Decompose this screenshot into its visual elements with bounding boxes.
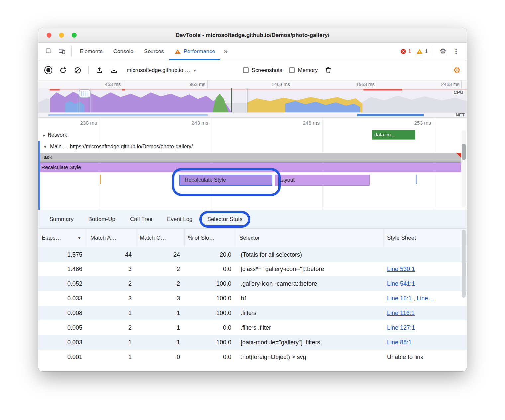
- time-label: 2463 ms: [377, 80, 462, 88]
- cell-selector: [data-module="gallery"] .filters: [236, 339, 384, 346]
- table-scrollbar-thumb[interactable]: [462, 230, 466, 298]
- details-tab-bar: Summary Bottom-Up Call Tree Event Log Se…: [38, 210, 467, 229]
- style-sheet-link[interactable]: Line 116:1: [387, 310, 415, 316]
- save-profile-button[interactable]: [110, 66, 118, 74]
- track-selection-accent: [38, 141, 40, 210]
- cell-pct-slow: 100.0: [185, 339, 236, 346]
- network-track[interactable]: ▸ Network data:im…: [38, 129, 467, 141]
- event-tick: [100, 175, 101, 184]
- selector-stats-table: Elaps… ▼ Match A… Match C… % of Slo… Sel…: [38, 229, 467, 371]
- cell-style-sheet: Line 127:1: [384, 324, 467, 331]
- table-row[interactable]: 1.466 3 2 0.0 [class*=" gallery-icon--"]…: [38, 262, 467, 276]
- style-sheet-link[interactable]: Line 530:1: [387, 266, 415, 272]
- cell-match-count: 1: [136, 339, 185, 346]
- table-row[interactable]: 0.052 2 2 100.0 .gallery-icon--camera::b…: [38, 276, 467, 291]
- time-label: 1963 ms: [292, 80, 377, 88]
- style-sheet-link[interactable]: Line…: [417, 295, 434, 302]
- tab-event-log[interactable]: Event Log: [167, 216, 193, 223]
- cell-elapsed: 0.001: [38, 354, 87, 361]
- cell-elapsed: 1.575: [38, 251, 87, 258]
- column-header-match-count[interactable]: Match C…: [136, 229, 185, 247]
- cell-elapsed: 0.003: [38, 339, 87, 346]
- cell-elapsed: 0.033: [38, 295, 87, 302]
- selected-recalculate-style-block[interactable]: Recalculate Style: [179, 175, 272, 186]
- cell-elapsed: 1.466: [38, 266, 87, 273]
- device-toolbar-button[interactable]: [55, 45, 69, 58]
- table-row[interactable]: 0.033 3 3 100.0 h1 Line 16:1 , Line…: [38, 291, 467, 306]
- layout-block[interactable]: Layout: [275, 175, 370, 186]
- column-header-match-attempts[interactable]: Match A…: [87, 229, 136, 247]
- column-header-selector[interactable]: Selector: [236, 229, 384, 247]
- table-row[interactable]: 0.001 1 0 0.0 :not(foreignObject) > svg …: [38, 350, 467, 364]
- network-request-block[interactable]: data:im…: [372, 130, 415, 140]
- tab-label: Sources: [144, 48, 164, 54]
- zoom-button[interactable]: [72, 33, 77, 38]
- reload-and-record-button[interactable]: [59, 66, 67, 74]
- column-header-elapsed[interactable]: Elaps… ▼: [38, 229, 87, 247]
- expander-expanded-icon[interactable]: ▼: [43, 144, 47, 149]
- warning-count: 1: [425, 49, 428, 54]
- recalculate-style-bar[interactable]: Recalculate Style: [38, 162, 461, 172]
- tab-elements[interactable]: Elements: [74, 43, 108, 60]
- tab-summary[interactable]: Summary: [50, 216, 74, 223]
- column-header-style-sheet[interactable]: Style Sheet: [384, 229, 467, 247]
- load-profile-button[interactable]: [95, 66, 103, 74]
- timeline-scrollbar[interactable]: [462, 130, 466, 207]
- table-row[interactable]: 0.005 2 1 0.0 .filters .filter Line 127:…: [38, 320, 467, 335]
- task-event-bar[interactable]: Task: [38, 153, 461, 162]
- inspect-element-button[interactable]: [42, 45, 55, 58]
- cell-match-count: 1: [136, 324, 185, 331]
- tab-console[interactable]: Console: [108, 43, 139, 60]
- task-row: Task: [38, 152, 467, 162]
- close-button[interactable]: [47, 33, 51, 38]
- tab-sources[interactable]: Sources: [139, 43, 169, 60]
- cell-match-count: 2: [136, 266, 185, 273]
- timeline-overview[interactable]: 463 ms 963 ms 1463 ms 1963 ms 2463 ms: [38, 80, 467, 118]
- cell-elapsed: 0.005: [38, 324, 87, 331]
- memory-checkbox[interactable]: Memory: [289, 67, 318, 73]
- flame-chart-panel[interactable]: 238 ms 243 ms 248 ms 253 ms ▸ Network da…: [38, 118, 467, 210]
- minimize-button[interactable]: [59, 33, 64, 38]
- performance-toolbar: microsoftedge.github.io … ▾ Screenshots …: [38, 60, 467, 80]
- inspect-icon: [45, 48, 53, 55]
- more-tabs-button[interactable]: »: [220, 43, 231, 60]
- error-count: 1: [408, 49, 411, 54]
- kebab-menu-icon: ⋮: [453, 48, 459, 55]
- network-activity-bar: [48, 114, 208, 116]
- tab-performance[interactable]: Performance: [169, 43, 220, 60]
- scrollbar-thumb[interactable]: [462, 144, 466, 160]
- column-label: Elaps…: [42, 235, 61, 241]
- tab-label: Performance: [184, 48, 215, 54]
- tab-bottom-up[interactable]: Bottom-Up: [88, 216, 115, 223]
- expander-collapsed-icon[interactable]: ▸: [43, 133, 45, 138]
- record-button[interactable]: [44, 66, 52, 74]
- settings-button[interactable]: ⚙: [436, 47, 450, 56]
- cell-selector: [class*=" gallery-icon--"]::before: [236, 266, 384, 273]
- cell-match-count: 2: [136, 280, 185, 287]
- table-row[interactable]: 0.003 1 1 100.0 [data-module="gallery"] …: [38, 335, 467, 350]
- error-count-badge[interactable]: 1: [398, 49, 414, 54]
- link-separator: ,: [412, 295, 417, 302]
- style-sheet-link[interactable]: Line 88:1: [387, 339, 412, 346]
- main-track-header[interactable]: ▼ Main — https://microsoftedge.github.io…: [38, 141, 467, 152]
- style-sheet-link[interactable]: Line 16:1: [387, 295, 412, 302]
- screenshots-checkbox[interactable]: Screenshots: [243, 67, 282, 73]
- table-row[interactable]: 1.575 44 24 20.0 (Totals for all selecto…: [38, 247, 467, 262]
- column-header-pct-slow[interactable]: % of Slo…: [185, 229, 236, 247]
- divider: [71, 46, 72, 57]
- warning-count-badge[interactable]: 1: [414, 49, 430, 54]
- profile-select[interactable]: microsoftedge.github.io … ▾: [127, 67, 236, 73]
- selection-handle[interactable]: [79, 90, 90, 98]
- style-sheet-link[interactable]: Line 541:1: [387, 280, 415, 287]
- table-row[interactable]: 0.008 1 1 100.0 .filters Line 116:1: [38, 306, 467, 320]
- main-menu-button[interactable]: ⋮: [450, 48, 463, 55]
- style-sheet-link[interactable]: Line 127:1: [387, 324, 415, 331]
- tab-selector-stats[interactable]: Selector Stats: [207, 216, 243, 223]
- cell-match-attempts: 1: [87, 310, 136, 317]
- tab-call-tree[interactable]: Call Tree: [130, 216, 152, 223]
- capture-settings-button[interactable]: ⚙: [454, 65, 461, 75]
- clear-button[interactable]: [74, 66, 82, 74]
- cpu-activity-chart[interactable]: CPU: [38, 88, 467, 112]
- time-label: 253 ms: [322, 118, 434, 129]
- collect-garbage-button[interactable]: [324, 66, 332, 74]
